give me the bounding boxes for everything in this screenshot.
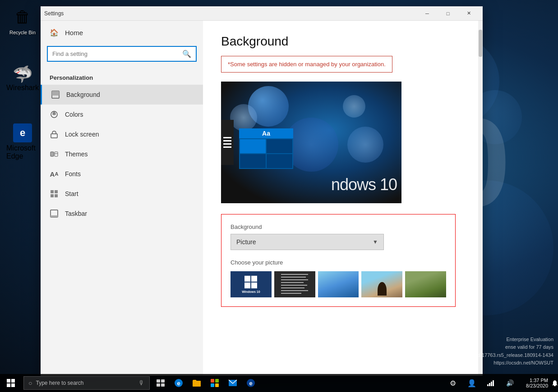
system-tray: ⚙ 👤 🔊 <box>444 374 522 392</box>
scrollbar-thumb[interactable] <box>479 30 482 57</box>
wireshark-icon[interactable]: 🦈 Wireshark <box>5 63 41 94</box>
scrollbar-track[interactable] <box>478 21 483 376</box>
svg-rect-17 <box>157 383 160 387</box>
background-type-dropdown[interactable]: Picture ▼ <box>231 234 384 250</box>
settings-tray-icon[interactable]: ⚙ <box>444 374 462 392</box>
background-preview: Aa ndows 10 <box>221 82 401 203</box>
people-icon[interactable]: 👤 <box>463 374 481 392</box>
svg-text:e: e <box>20 127 25 138</box>
title-bar-controls: ─ □ ✕ <box>417 6 479 21</box>
minimize-button[interactable]: ─ <box>417 6 438 21</box>
maximize-button[interactable]: □ <box>438 6 458 21</box>
sidebar-item-start[interactable]: Start <box>41 184 203 204</box>
svg-rect-9 <box>51 190 54 193</box>
svg-rect-11 <box>51 194 54 197</box>
sidebar-home[interactable]: 🏠 Home <box>41 21 203 44</box>
sidebar-background-label: Background <box>66 91 100 98</box>
search-box[interactable]: 🔍 <box>47 46 197 62</box>
background-settings-panel: Background Picture ▼ Choose your picture <box>221 214 456 307</box>
start-icon <box>7 379 15 387</box>
settings-window: Settings ─ □ ✕ 🏠 Home 🔍 <box>41 6 483 376</box>
svg-rect-3 <box>52 91 59 96</box>
taskbar-store-button[interactable] <box>206 374 224 392</box>
dropdown-arrow-icon: ▼ <box>373 239 378 245</box>
edge-image: e <box>13 123 32 144</box>
search-icon: 🔍 <box>182 50 191 58</box>
network-icon[interactable] <box>482 374 500 392</box>
thumbnail-1[interactable]: Windows 10 <box>231 271 272 297</box>
svg-rect-5 <box>51 134 57 138</box>
colors-icon <box>50 110 59 119</box>
task-view-button[interactable] <box>152 374 170 392</box>
taskbar-edge-2-button[interactable]: e <box>242 374 260 392</box>
sidebar-section-title: Personalization <box>41 69 203 85</box>
sidebar-fonts-label: Fonts <box>65 170 81 178</box>
wireshark-label: Wireshark <box>6 84 39 92</box>
svg-rect-10 <box>55 190 58 193</box>
page-title: Background <box>221 34 460 49</box>
svg-rect-7 <box>55 152 58 156</box>
background-icon <box>51 90 60 99</box>
thumbnail-5[interactable] <box>405 271 446 297</box>
start-icon <box>50 189 59 198</box>
sidebar-item-fonts[interactable]: AA Fonts <box>41 164 203 184</box>
taskbar-edge-button[interactable]: e <box>170 374 188 392</box>
thumbnail-2[interactable] <box>274 271 315 297</box>
sidebar-colors-label: Colors <box>65 111 83 118</box>
enterprise-watermark: Enterprise Evaluation ense valid for 77 … <box>469 336 553 367</box>
svg-rect-23 <box>211 383 214 387</box>
home-icon: 🏠 <box>50 28 59 37</box>
recycle-bin-icon[interactable]: 🗑 Recycle Bin <box>5 5 41 37</box>
svg-rect-32 <box>554 385 556 386</box>
svg-rect-16 <box>161 379 165 383</box>
volume-icon[interactable]: 🔊 <box>501 374 519 392</box>
taskbar-explorer-button[interactable] <box>188 374 206 392</box>
preview-bubble <box>347 127 383 163</box>
clock-date: 8/23/2020 <box>526 383 548 388</box>
sidebar-themes-label: Themes <box>65 150 88 158</box>
sidebar-item-themes[interactable]: Themes <box>41 144 203 164</box>
svg-rect-22 <box>215 379 219 383</box>
preview-win10-text: ndows 10 <box>331 175 397 194</box>
background-panel-label: Background <box>231 223 446 230</box>
svg-rect-15 <box>157 379 160 383</box>
search-input[interactable] <box>52 50 179 57</box>
sidebar: 🏠 Home 🔍 Personalization <box>41 21 203 376</box>
recycle-bin-image: 🗑 <box>12 6 33 28</box>
sidebar-item-colors[interactable]: Colors <box>41 105 203 124</box>
sidebar-item-taskbar[interactable]: Taskbar <box>41 204 203 223</box>
preview-bubble <box>343 95 365 118</box>
clock[interactable]: 1:37 PM 8/23/2020 <box>522 378 552 388</box>
start-button[interactable] <box>0 374 22 392</box>
close-button[interactable]: ✕ <box>458 6 479 21</box>
svg-rect-24 <box>215 383 219 387</box>
lock-screen-icon <box>50 130 59 139</box>
svg-rect-14 <box>51 215 58 217</box>
svg-rect-30 <box>491 382 492 386</box>
taskbar-search-circle-icon: ○ <box>28 379 32 387</box>
sidebar-taskbar-label: Taskbar <box>65 210 87 217</box>
taskbar: ○ Type here to search 🎙 e <box>0 374 558 392</box>
sidebar-item-background[interactable]: Background <box>41 85 203 105</box>
wireshark-image: 🦈 <box>13 65 33 84</box>
sidebar-start-label: Start <box>65 190 78 197</box>
notification-button[interactable] <box>552 374 558 392</box>
svg-rect-29 <box>489 383 490 386</box>
taskbar-search[interactable]: ○ Type here to search 🎙 <box>23 376 150 390</box>
taskbar-mail-button[interactable] <box>224 374 242 392</box>
edge-icon[interactable]: e Microsoft Edge <box>5 122 41 162</box>
sidebar-lock-label: Lock screen <box>65 131 99 138</box>
recycle-bin-label: Recycle Bin <box>9 30 36 35</box>
taskbar-mic-icon[interactable]: 🎙 <box>138 379 145 387</box>
sidebar-home-label: Home <box>65 29 83 36</box>
preview-bubble <box>230 104 257 131</box>
svg-rect-21 <box>211 379 214 383</box>
svg-rect-28 <box>487 384 489 386</box>
title-bar: Settings ─ □ ✕ <box>41 6 483 21</box>
preview-taskbar-mini <box>221 120 234 165</box>
choose-picture-label: Choose your picture <box>231 259 446 266</box>
thumbnail-3[interactable] <box>318 271 359 297</box>
clock-time: 1:37 PM <box>530 378 548 383</box>
thumbnail-4[interactable] <box>361 271 402 297</box>
sidebar-item-lock-screen[interactable]: Lock screen <box>41 124 203 144</box>
